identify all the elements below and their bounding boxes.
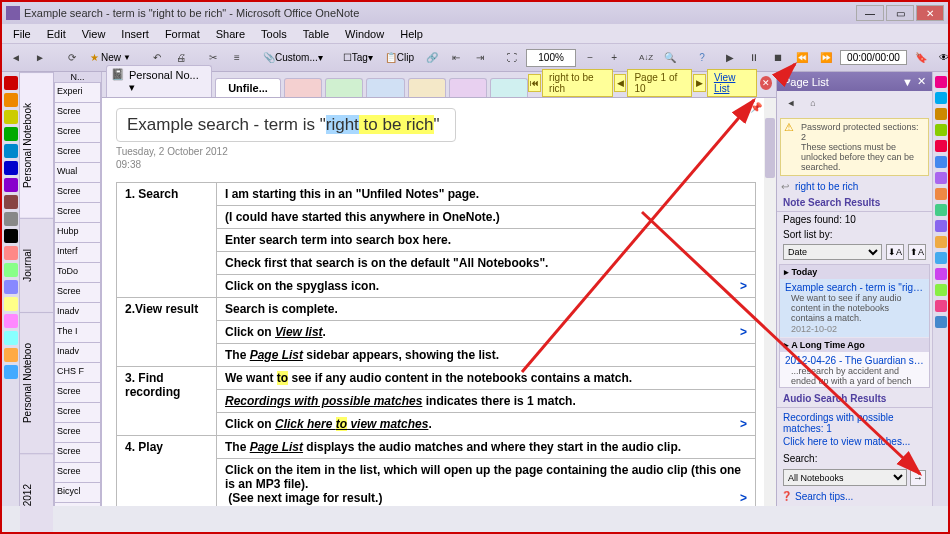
vertical-scrollbar[interactable]: [764, 98, 776, 506]
result-item[interactable]: 2012-04-26 - The Guardian sound d......r…: [780, 352, 929, 388]
pen-color-13[interactable]: [4, 297, 18, 311]
page-tab[interactable]: Bicycl: [54, 483, 101, 503]
close-button[interactable]: ✕: [916, 5, 944, 21]
pen-color-14[interactable]: [4, 314, 18, 328]
search-tips-link[interactable]: Search tips...: [777, 489, 932, 506]
menu-help[interactable]: Help: [393, 26, 430, 42]
page-tab[interactable]: Scree: [54, 383, 101, 403]
search-prev-section-button[interactable]: ⏮: [528, 74, 541, 92]
pen-color-6[interactable]: [4, 178, 18, 192]
pin-icon[interactable]: 📌: [750, 102, 762, 113]
forward-button[interactable]: ►: [30, 48, 50, 68]
menu-table[interactable]: Table: [296, 26, 336, 42]
zoom-out-button[interactable]: −: [580, 48, 600, 68]
side-tool-5[interactable]: [935, 156, 947, 168]
side-tool-0[interactable]: [935, 76, 947, 88]
back-button[interactable]: ◄: [6, 48, 26, 68]
side-tool-6[interactable]: [935, 172, 947, 184]
sort-az-button[interactable]: A↓Z: [636, 48, 656, 68]
bullet-button[interactable]: ≡: [227, 48, 247, 68]
pen-color-1[interactable]: [4, 93, 18, 107]
menu-file[interactable]: File: [6, 26, 38, 42]
sort-select[interactable]: Date: [783, 244, 882, 260]
page-tab[interactable]: Experi: [54, 83, 101, 103]
menu-format[interactable]: Format: [158, 26, 207, 42]
side-tool-14[interactable]: [935, 300, 947, 312]
audio-flag-button[interactable]: 🔖: [911, 48, 931, 68]
section-tab[interactable]: [490, 78, 528, 97]
side-tool-2[interactable]: [935, 108, 947, 120]
page-tab[interactable]: Scree: [54, 203, 101, 223]
side-tool-13[interactable]: [935, 284, 947, 296]
pen-color-15[interactable]: [4, 331, 18, 345]
view-audio-matches-link[interactable]: Click here to view matches...: [783, 435, 926, 448]
outdent-button[interactable]: ⇤: [446, 48, 466, 68]
note-title-container[interactable]: Example search - term is "right to be ri…: [116, 108, 456, 142]
help-button[interactable]: ?: [692, 48, 712, 68]
search-term-link[interactable]: right to be rich: [777, 179, 932, 194]
page-tab[interactable]: Interf: [54, 243, 101, 263]
sort-desc-button[interactable]: ⬆A: [908, 244, 926, 260]
side-tool-4[interactable]: [935, 140, 947, 152]
notebook-selector[interactable]: Personal No... ▾: [106, 65, 212, 97]
result-group[interactable]: A Long Time Ago: [780, 338, 929, 352]
page-tab[interactable]: The I: [54, 323, 101, 343]
pen-color-17[interactable]: [4, 365, 18, 379]
side-tool-15[interactable]: [935, 316, 947, 328]
search-go-button[interactable]: →: [910, 470, 926, 486]
sync-button[interactable]: ⟳: [62, 48, 82, 68]
section-tab[interactable]: [449, 78, 487, 97]
note-canvas[interactable]: 📌 Example search - term is "right to be …: [102, 98, 776, 506]
see-playback-button[interactable]: 👁 See Playback: [935, 48, 948, 68]
search-prev-button[interactable]: ◀: [614, 74, 627, 92]
new-page-button[interactable]: N...: [54, 72, 101, 83]
pen-color-5[interactable]: [4, 161, 18, 175]
page-tab[interactable]: Scree: [54, 403, 101, 423]
minimize-button[interactable]: —: [856, 5, 884, 21]
clip-button[interactable]: 📋 Clip: [381, 48, 418, 68]
pen-color-3[interactable]: [4, 127, 18, 141]
page-tab[interactable]: Scree: [54, 183, 101, 203]
maximize-button[interactable]: ▭: [886, 5, 914, 21]
results-list[interactable]: TodayExample search - term is "right to …: [779, 264, 930, 388]
pen-color-12[interactable]: [4, 280, 18, 294]
page-tab[interactable]: Scree: [54, 503, 101, 506]
pen-color-2[interactable]: [4, 110, 18, 124]
audio-matches-count[interactable]: Recordings with possible matches: 1: [783, 411, 926, 435]
page-tab[interactable]: Scree: [54, 443, 101, 463]
ff-button[interactable]: ⏩: [816, 48, 836, 68]
find-button[interactable]: 🔍: [660, 48, 680, 68]
result-group[interactable]: Today: [780, 265, 929, 279]
page-tab[interactable]: Scree: [54, 143, 101, 163]
tag-dropdown[interactable]: ☐ Tag ▾: [339, 48, 377, 68]
page-tab[interactable]: Hubp: [54, 223, 101, 243]
pen-color-7[interactable]: [4, 195, 18, 209]
menu-share[interactable]: Share: [209, 26, 252, 42]
pen-color-9[interactable]: [4, 229, 18, 243]
side-tool-10[interactable]: [935, 236, 947, 248]
nav-back-button[interactable]: ◄: [781, 93, 801, 113]
menu-window[interactable]: Window: [338, 26, 391, 42]
side-tool-3[interactable]: [935, 124, 947, 136]
search-close-button[interactable]: ✕: [760, 76, 773, 90]
section-tab[interactable]: [366, 78, 404, 97]
notebook-tab[interactable]: Personal Notebook: [20, 72, 53, 218]
page-tab[interactable]: Scree: [54, 283, 101, 303]
pen-color-10[interactable]: [4, 246, 18, 260]
side-tool-8[interactable]: [935, 204, 947, 216]
pen-color-8[interactable]: [4, 212, 18, 226]
menu-view[interactable]: View: [75, 26, 113, 42]
sort-asc-button[interactable]: ⬇A: [886, 244, 904, 260]
page-list-menu-button[interactable]: ▼: [902, 76, 913, 88]
menu-tools[interactable]: Tools: [254, 26, 294, 42]
page-tab[interactable]: Wual: [54, 163, 101, 183]
search-next-button[interactable]: ▶: [693, 74, 706, 92]
side-tool-9[interactable]: [935, 220, 947, 232]
page-tab[interactable]: CHS F: [54, 363, 101, 383]
pen-color-11[interactable]: [4, 263, 18, 277]
fullscreen-button[interactable]: ⛶: [502, 48, 522, 68]
side-tool-7[interactable]: [935, 188, 947, 200]
pen-color-4[interactable]: [4, 144, 18, 158]
result-item[interactable]: Example search - term is "right to b...W…: [780, 279, 929, 338]
view-list-link[interactable]: View List: [707, 69, 757, 97]
